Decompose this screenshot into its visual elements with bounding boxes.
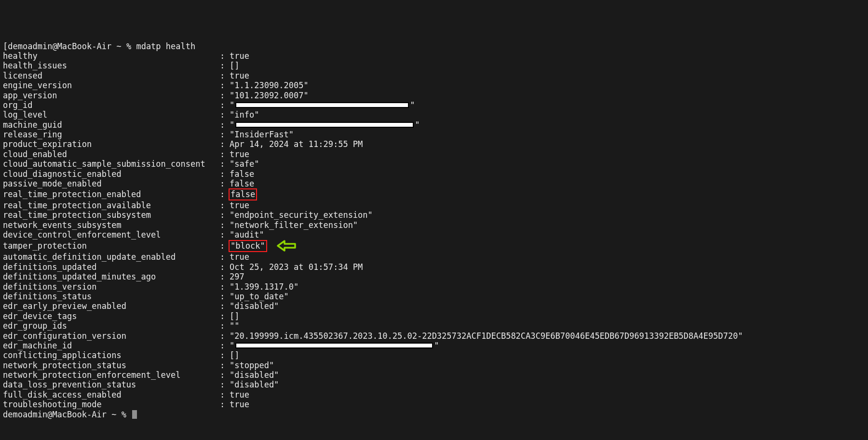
output-row: real_time_protection_available: true [3, 200, 865, 210]
output-value: [] [230, 311, 239, 321]
prompt-line-2[interactable]: demoadmin@MacBook-Air ~ % [3, 410, 865, 419]
output-key: healthy [3, 51, 220, 61]
output-colon: : [220, 91, 230, 100]
output-colon: : [220, 210, 230, 220]
output-value: [] [230, 350, 239, 360]
output-row: definitions_status: "up_to_date" [3, 292, 865, 301]
output-value: true [230, 390, 249, 400]
output-colon: : [220, 139, 230, 149]
prompt-symbol: ~ % [111, 41, 136, 51]
output-row: product_expiration: Apr 14, 2024 at 11:2… [3, 139, 865, 149]
prompt-host: MacBook-Air [57, 41, 112, 51]
output-colon: : [220, 51, 230, 61]
value-quote-open: " [230, 120, 234, 130]
output-row: cloud_diagnostic_enabled: false [3, 169, 865, 179]
output-colon: : [220, 110, 230, 120]
output-value: "info" [230, 110, 259, 120]
output-key: log_level [3, 110, 220, 120]
output-key: cloud_enabled [3, 149, 220, 159]
output-row: definitions_version: "1.399.1317.0" [3, 282, 865, 292]
output-colon: : [220, 179, 230, 188]
output-row: org_id: "" [3, 100, 865, 110]
output-key: device_control_enforcement_level [3, 230, 220, 240]
output-row: conflicting_applications: [] [3, 350, 865, 360]
output-value: false [230, 169, 254, 179]
output-row: network_protection_enforcement_level: "d… [3, 370, 865, 380]
output-key: cloud_diagnostic_enabled [3, 169, 220, 179]
output-colon: : [220, 61, 230, 70]
output-value: "disabled" [230, 370, 279, 380]
output-key: passive_mode_enabled [3, 179, 220, 188]
output-key: edr_configuration_version [3, 331, 220, 341]
output-key: org_id [3, 100, 220, 110]
output-key: data_loss_prevention_status [3, 380, 220, 389]
output-key: engine_version [3, 80, 220, 90]
highlight-box: "block" [229, 240, 267, 252]
output-row: log_level: "info" [3, 110, 865, 120]
output-row: tamper_protection: "block" [3, 240, 865, 252]
command-text: mdatp health [136, 41, 195, 51]
output-value: "20.199999.icm.435502367.2023.10.25.02-2… [230, 331, 743, 341]
output-row: automatic_definition_update_enabled: tru… [3, 252, 865, 262]
output-value: true [230, 400, 249, 409]
output-key: network_protection_enforcement_level [3, 370, 220, 380]
output-row: device_control_enforcement_level: "audit… [3, 230, 865, 240]
output-row: network_protection_status: "stopped" [3, 360, 865, 370]
output-colon: : [220, 230, 230, 240]
output-value: true [230, 51, 249, 61]
output-key: network_protection_status [3, 360, 220, 370]
output-key: real_time_protection_enabled [3, 189, 220, 199]
output-value: "up_to_date" [230, 292, 289, 301]
output-row: engine_version: "1.1.23090.2005" [3, 80, 865, 90]
output-colon: : [220, 301, 230, 311]
output-key: licensed [3, 71, 220, 80]
prompt-at: @ [47, 410, 52, 419]
output-colon: : [220, 341, 230, 350]
output-key: health_issues [3, 61, 220, 70]
arrow-left-icon [276, 240, 297, 252]
output-row: edr_group_ids: "" [3, 321, 865, 331]
output-key: real_time_protection_subsystem [3, 210, 220, 220]
output-row: edr_configuration_version: "20.199999.ic… [3, 331, 865, 341]
output-value: "101.23092.0007" [230, 91, 309, 100]
value-quote-close: " [434, 341, 439, 350]
output-key: product_expiration [3, 139, 220, 149]
prompt-line-1: [demoadmin@MacBook-Air ~ % mdatp health [3, 41, 865, 51]
output-value: "" [230, 341, 439, 350]
output-colon: : [220, 241, 230, 251]
output-key: release_ring [3, 130, 220, 139]
output-colon: : [220, 331, 230, 341]
output-colon: : [220, 282, 230, 292]
output-value: "" [230, 321, 239, 331]
output-row: definitions_updated_minutes_ago: 297 [3, 272, 865, 281]
output-value: true [230, 71, 249, 80]
output-key: edr_machine_id [3, 341, 220, 350]
output-colon: : [220, 100, 230, 110]
output-value: "1.1.23090.2005" [230, 80, 309, 90]
output-value: "audit" [230, 230, 264, 240]
output-value: true [230, 252, 249, 262]
output-value: "1.399.1317.0" [230, 282, 298, 292]
redacted-bar [235, 122, 414, 128]
output-value: true [230, 149, 249, 159]
output-value: false [230, 188, 257, 200]
output-row: real_time_protection_enabled: false [3, 188, 865, 200]
output-key: real_time_protection_available [3, 200, 220, 210]
output-key: edr_early_preview_enabled [3, 301, 220, 311]
output-value: "disabled" [230, 301, 279, 311]
output-row: app_version: "101.23092.0007" [3, 91, 865, 100]
output-value: 297 [230, 272, 244, 281]
output-row: real_time_protection_subsystem: "endpoin… [3, 210, 865, 220]
output-key: definitions_updated [3, 262, 220, 272]
output-colon: : [220, 149, 230, 159]
output-value: "network_filter_extension" [230, 220, 358, 230]
output-value: "safe" [230, 159, 259, 169]
output-row: healthy: true [3, 51, 865, 61]
prompt-symbol: ~ % [107, 410, 131, 419]
output-value: Apr 14, 2024 at 11:29:55 PM [230, 139, 363, 149]
output-key: network_events_subsystem [3, 220, 220, 230]
output-key: app_version [3, 91, 220, 100]
output-colon: : [220, 292, 230, 301]
output-value: "" [230, 100, 415, 110]
output-row: release_ring: "InsiderFast" [3, 130, 865, 139]
